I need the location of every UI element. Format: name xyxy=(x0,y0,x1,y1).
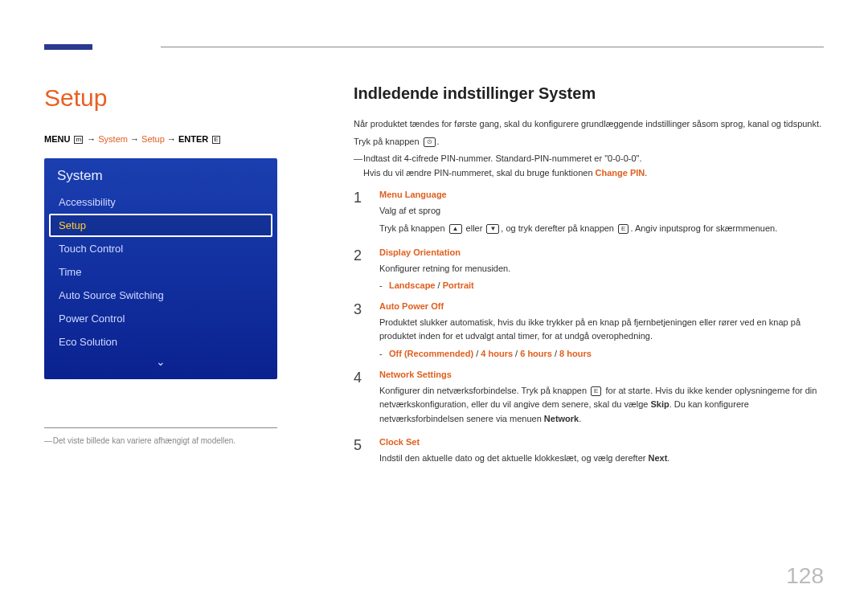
breadcrumb-menu: MENU xyxy=(44,134,70,144)
header-marker xyxy=(44,44,92,50)
menu-item-time[interactable]: Time xyxy=(44,260,277,284)
menu-item-power-control[interactable]: Power Control xyxy=(44,307,277,330)
breadcrumb-arrow: → xyxy=(87,134,96,144)
step-rich-text: Indstil den aktuelle dato og det aktuell… xyxy=(379,452,824,466)
step-body: Menu LanguageValg af et sprogTryk på kna… xyxy=(379,190,824,239)
page-title: Setup xyxy=(44,84,277,112)
step-options: Off (Recommended) / 4 hours / 6 hours / … xyxy=(379,347,824,362)
step-number: 2 xyxy=(354,247,368,293)
step-number: 3 xyxy=(354,301,368,362)
menu-item-auto-source-switching[interactable]: Auto Source Switching xyxy=(44,284,277,307)
step-number: 5 xyxy=(354,437,368,469)
breadcrumb-arrow: → xyxy=(167,134,176,144)
menu-header: System xyxy=(44,168,277,190)
image-footnote: Det viste billede kan variere afhængigt … xyxy=(44,436,277,445)
enter-key-icon: E xyxy=(591,386,601,396)
breadcrumb-setup: Setup xyxy=(141,134,165,144)
intro-text: Når produktet tændes for første gang, sk… xyxy=(354,117,824,132)
step-text: Produktet slukker automatisk, hvis du ik… xyxy=(379,316,824,344)
step-options: Landscape / Portrait xyxy=(379,279,824,293)
pin-note-2: Hvis du vil ændre PIN-nummeret, skal du … xyxy=(354,166,824,181)
step-heading: Display Orientation xyxy=(379,247,824,257)
option: Landscape xyxy=(389,280,435,290)
section-title: Indledende indstillinger System xyxy=(354,84,824,103)
step-text: Konfigurer retning for menusiden. xyxy=(379,262,824,276)
header-bar xyxy=(44,0,824,56)
page: Setup MENU m → System → Setup → ENTER E … xyxy=(0,0,868,477)
page-number: 128 xyxy=(786,563,824,589)
step-row: 5Clock SetIndstil den aktuelle dato og d… xyxy=(354,437,824,469)
enter-icon: E xyxy=(212,136,219,144)
step-number: 4 xyxy=(354,370,368,430)
left-column: Setup MENU m → System → Setup → ENTER E … xyxy=(44,84,277,477)
divider xyxy=(44,427,277,428)
breadcrumb-arrow: → xyxy=(130,134,139,144)
breadcrumb-enter: ENTER xyxy=(178,134,208,144)
step-body: Clock SetIndstil den aktuelle dato og de… xyxy=(379,437,824,469)
down-key-icon: ▼ xyxy=(486,224,499,234)
step-heading: Auto Power Off xyxy=(379,301,824,311)
option: 8 hours xyxy=(559,349,592,358)
option: 4 hours xyxy=(481,349,513,358)
pin-note-2a: Hvis du vil ændre PIN-nummeret, skal du … xyxy=(363,168,596,178)
menu-icon: m xyxy=(74,136,83,144)
menu-item-eco-solution[interactable]: Eco Solution xyxy=(44,330,277,353)
circle-key-icon: ⊙ xyxy=(424,137,436,147)
step-number: 1 xyxy=(354,190,368,239)
press-key-line: Tryk på knappen ⊙. xyxy=(354,135,824,149)
step-rich-text: Konfigurer din netværksforbindelse. Tryk… xyxy=(379,384,824,427)
change-pin-label: Change PIN xyxy=(596,168,645,178)
menu-item-setup[interactable]: Setup xyxy=(49,214,272,237)
bold-label: Network xyxy=(544,414,579,423)
breadcrumb: MENU m → System → Setup → ENTER E xyxy=(44,134,277,144)
step-heading: Menu Language xyxy=(379,190,824,199)
step-row: 2Display OrientationKonfigurer retning f… xyxy=(354,247,824,293)
breadcrumb-system: System xyxy=(98,134,128,144)
chevron-down-icon[interactable]: ⌄ xyxy=(44,353,277,368)
pin-note-2c: . xyxy=(645,168,647,178)
step-heading: Network Settings xyxy=(379,370,824,379)
option: Off (Recommended) xyxy=(389,349,473,358)
step-row: 1Menu LanguageValg af et sprogTryk på kn… xyxy=(354,190,824,239)
pin-note-1: Indtast dit 4-cifrede PIN-nummer. Standa… xyxy=(354,152,824,166)
bold-label: Next xyxy=(648,453,667,463)
header-rule xyxy=(161,47,824,47)
step-heading: Clock Set xyxy=(379,437,824,447)
numbered-steps: 1Menu LanguageValg af et sprogTryk på kn… xyxy=(354,190,824,469)
step-row: 3Auto Power OffProduktet slukker automat… xyxy=(354,301,824,362)
system-menu-panel: System AccessibilitySetupTouch ControlTi… xyxy=(44,158,277,379)
step-body: Display OrientationKonfigurer retning fo… xyxy=(379,247,824,293)
content-columns: Setup MENU m → System → Setup → ENTER E … xyxy=(44,56,824,477)
enter-key-icon: E xyxy=(618,224,628,234)
menu-item-touch-control[interactable]: Touch Control xyxy=(44,237,277,260)
press-key-text: Tryk på knappen xyxy=(354,137,420,146)
right-column: Indledende indstillinger System Når prod… xyxy=(354,84,824,477)
up-key-icon: ▲ xyxy=(449,224,462,234)
option: 6 hours xyxy=(520,349,552,358)
bold-label: Skip xyxy=(651,399,669,409)
step-row: 4Network SettingsKonfigurer din netværks… xyxy=(354,370,824,430)
step-body: Network SettingsKonfigurer din netværksf… xyxy=(379,370,824,430)
option: Portrait xyxy=(443,280,474,290)
step-key-line: Tryk på knappen ▲ eller ▼, og tryk deref… xyxy=(379,222,824,236)
step-body: Auto Power OffProduktet slukker automati… xyxy=(379,301,824,362)
step-text: Valg af et sprog xyxy=(379,204,824,219)
menu-item-accessibility[interactable]: Accessibility xyxy=(44,190,277,214)
